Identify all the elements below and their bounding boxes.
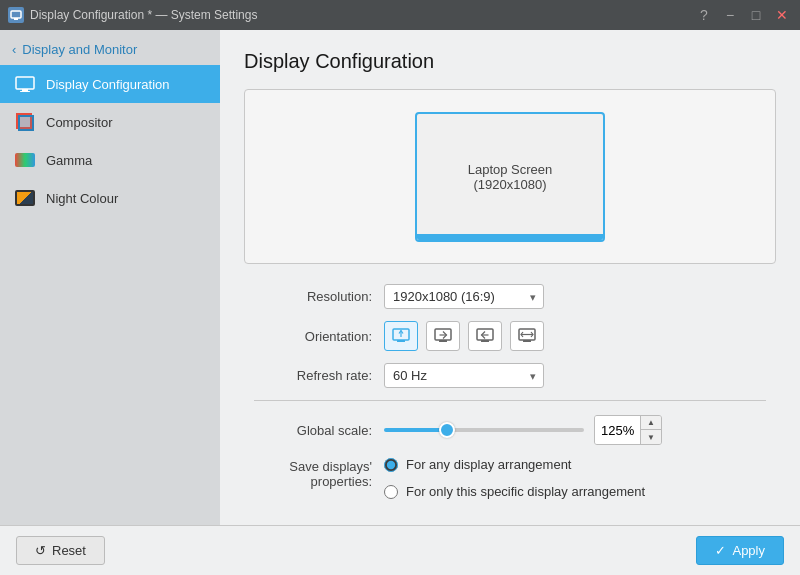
resolution-dropdown-wrapper: 1920x1080 (16:9) 1280x720 (16:9) 1366x76… (384, 284, 544, 309)
scale-arrows: ▲ ▼ (640, 416, 661, 444)
sidebar-item-gamma[interactable]: Gamma (0, 141, 220, 179)
sidebar-item-label: Gamma (46, 153, 92, 168)
refresh-dropdown-wrapper: 60 Hz 75 Hz 120 Hz 144 Hz (384, 363, 544, 388)
resolution-dropdown[interactable]: 1920x1080 (16:9) 1280x720 (16:9) 1366x76… (384, 284, 544, 309)
orientation-control (384, 321, 544, 351)
refresh-rate-row: Refresh rate: 60 Hz 75 Hz 120 Hz 144 Hz (254, 363, 766, 388)
back-label: Display and Monitor (22, 42, 137, 57)
window-title: Display Configuration * — System Setting… (30, 8, 257, 22)
titlebar-left: Display Configuration * — System Setting… (8, 7, 257, 23)
save-option-specific-radio[interactable] (384, 485, 398, 499)
orientation-normal-button[interactable] (384, 321, 418, 351)
svg-rect-2 (16, 77, 34, 89)
monitor-box[interactable]: Laptop Screen (1920x1080) (415, 112, 605, 242)
back-icon: ‹ (12, 42, 16, 57)
orientation-label: Orientation: (254, 329, 384, 344)
divider (254, 400, 766, 401)
save-option-any[interactable]: For any display arrangement (384, 457, 571, 472)
reset-label: Reset (52, 543, 86, 558)
scale-input[interactable] (595, 416, 640, 444)
refresh-dropdown[interactable]: 60 Hz 75 Hz 120 Hz 144 Hz (384, 363, 544, 388)
svg-rect-9 (439, 340, 447, 342)
svg-rect-1 (14, 18, 18, 20)
resolution-label: Resolution: (254, 289, 384, 304)
refresh-control: 60 Hz 75 Hz 120 Hz 144 Hz (384, 363, 544, 388)
apply-button[interactable]: ✓ Apply (696, 536, 784, 565)
minimize-button[interactable]: − (720, 5, 740, 25)
help-button[interactable]: ? (694, 5, 714, 25)
save-option-specific[interactable]: For only this specific display arrangeme… (384, 484, 645, 499)
svg-rect-3 (22, 89, 28, 91)
orientation-flip-button[interactable] (510, 321, 544, 351)
apply-label: Apply (732, 543, 765, 558)
scale-up-button[interactable]: ▲ (641, 416, 661, 430)
titlebar: Display Configuration * — System Setting… (0, 0, 800, 30)
app-icon (8, 7, 24, 23)
compositor-icon (14, 111, 36, 133)
save-properties-row: Save displays' properties: For any displ… (254, 457, 766, 505)
titlebar-controls: ? − □ ✕ (694, 5, 792, 25)
save-option-any-radio[interactable] (384, 458, 398, 472)
refresh-label: Refresh rate: (254, 368, 384, 383)
save-option-specific-label: For only this specific display arrangeme… (406, 484, 645, 499)
monitor-resolution: (1920x1080) (468, 177, 553, 192)
orientation-cw-button[interactable] (426, 321, 460, 351)
svg-rect-12 (481, 340, 489, 342)
apply-icon: ✓ (715, 543, 726, 558)
sidebar-item-display-configuration[interactable]: Display Configuration (0, 65, 220, 103)
monitor-label: Laptop Screen (1920x1080) (468, 162, 553, 192)
sidebar-item-night-colour[interactable]: Night Colour (0, 179, 220, 217)
orientation-ccw-button[interactable] (468, 321, 502, 351)
maximize-button[interactable]: □ (746, 5, 766, 25)
display-configuration-icon (14, 73, 36, 95)
reset-icon: ↺ (35, 543, 46, 558)
resolution-row: Resolution: 1920x1080 (16:9) 1280x720 (1… (254, 284, 766, 309)
orientation-row: Orientation: (254, 321, 766, 351)
scale-control: ▲ ▼ (384, 415, 662, 445)
night-colour-icon (14, 187, 36, 209)
scale-row: Global scale: ▲ ▼ (254, 415, 766, 445)
svg-rect-15 (523, 340, 531, 342)
monitor-preview-area: Laptop Screen (1920x1080) (244, 89, 776, 264)
bottom-bar: ↺ Reset ✓ Apply (0, 525, 800, 575)
reset-button[interactable]: ↺ Reset (16, 536, 105, 565)
close-button[interactable]: ✕ (772, 5, 792, 25)
sidebar-item-label: Compositor (46, 115, 112, 130)
settings-area: Resolution: 1920x1080 (16:9) 1280x720 (1… (244, 284, 776, 505)
app-body: ‹ Display and Monitor Display Configurat… (0, 30, 800, 525)
save-label: Save displays' properties: (254, 457, 384, 489)
sidebar-item-compositor[interactable]: Compositor (0, 103, 220, 141)
sidebar: ‹ Display and Monitor Display Configurat… (0, 30, 220, 525)
svg-rect-4 (20, 91, 30, 92)
svg-rect-0 (11, 11, 21, 18)
sidebar-back-button[interactable]: ‹ Display and Monitor (0, 34, 220, 65)
resolution-control: 1920x1080 (16:9) 1280x720 (16:9) 1366x76… (384, 284, 544, 309)
monitor-name: Laptop Screen (468, 162, 553, 177)
page-title: Display Configuration (244, 50, 776, 73)
main-panel: Display Configuration Laptop Screen (192… (220, 30, 800, 525)
scale-slider[interactable] (384, 428, 584, 432)
sidebar-item-label: Night Colour (46, 191, 118, 206)
sidebar-item-label: Display Configuration (46, 77, 170, 92)
svg-rect-6 (397, 340, 405, 342)
save-option-any-label: For any display arrangement (406, 457, 571, 472)
save-control: For any display arrangement For only thi… (384, 457, 645, 505)
scale-spinbox: ▲ ▼ (594, 415, 662, 445)
scale-label: Global scale: (254, 423, 384, 438)
scale-down-button[interactable]: ▼ (641, 430, 661, 444)
gamma-icon (14, 149, 36, 171)
